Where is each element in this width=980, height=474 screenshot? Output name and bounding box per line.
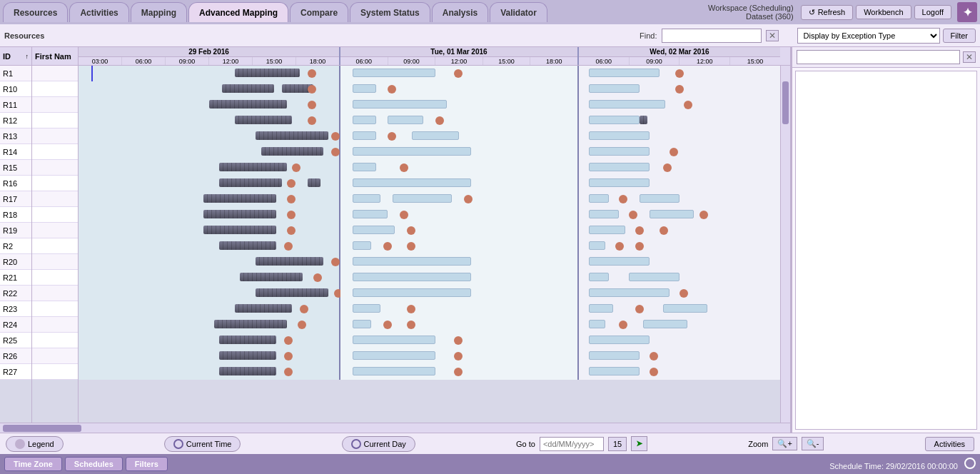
gantt-row[interactable] xyxy=(79,270,780,286)
gantt-bar-salmon xyxy=(287,179,295,188)
scroll-thumb[interactable] xyxy=(782,81,789,124)
gantt-row[interactable] xyxy=(79,191,780,207)
find-input[interactable] xyxy=(662,29,762,43)
name-cell xyxy=(32,160,78,176)
filter-button[interactable]: Filter xyxy=(943,29,976,43)
tab-mapping[interactable]: Mapping xyxy=(131,2,187,22)
status-bar: Time Zone Schedules Filters Schedule Tim… xyxy=(0,454,980,474)
gantt-row[interactable] xyxy=(79,348,780,364)
gantt-row[interactable] xyxy=(79,238,780,254)
tab-compare[interactable]: Compare xyxy=(290,2,348,22)
name-cell xyxy=(32,223,78,238)
filters-button[interactable]: Filters xyxy=(126,457,168,471)
gantt-bar-gray xyxy=(235,116,292,124)
gantt-row[interactable] xyxy=(79,301,780,317)
find-label: Find: xyxy=(640,31,657,40)
gantt-bar-salmon xyxy=(287,195,295,203)
id-cell: R14 xyxy=(0,144,31,160)
gantt-row[interactable] xyxy=(79,333,780,348)
gantt-row[interactable] xyxy=(79,144,780,160)
gantt-bar-salmon xyxy=(454,368,463,376)
id-cell: R23 xyxy=(0,301,31,317)
logoff-button[interactable]: Logoff xyxy=(914,5,951,19)
exception-clear-button[interactable]: ✕ xyxy=(963,51,976,63)
goto-date-input[interactable] xyxy=(540,437,604,451)
current-day-button[interactable]: Current Day xyxy=(342,436,415,452)
gantt-bar-gray xyxy=(256,257,323,266)
schedules-button[interactable]: Schedules xyxy=(65,457,123,471)
gantt-row[interactable] xyxy=(79,113,780,128)
id-cell: R11 xyxy=(0,97,31,113)
horizontal-scrollbar[interactable] xyxy=(0,423,790,433)
gantt-bar-salmon xyxy=(670,148,678,156)
id-column-header[interactable]: ID ↑ xyxy=(0,47,32,65)
current-day-icon xyxy=(351,439,361,449)
gantt-bar-blue xyxy=(589,69,660,77)
gantt-row[interactable] xyxy=(79,160,780,176)
refresh-label: Refresh xyxy=(818,8,846,16)
gantt-bar-gray xyxy=(219,178,282,187)
gantt-row[interactable] xyxy=(79,176,780,191)
gantt-bar-blue xyxy=(353,226,395,234)
zoom-in-button[interactable]: 🔍+ xyxy=(772,437,797,450)
find-clear-button[interactable]: ✕ xyxy=(766,30,779,41)
exception-filter-input[interactable] xyxy=(797,50,960,64)
gantt-row[interactable] xyxy=(79,364,780,380)
tab-system-status[interactable]: System Status xyxy=(350,2,430,22)
gantt-row[interactable] xyxy=(79,254,780,270)
legend-button[interactable]: Legend xyxy=(6,436,64,452)
gantt-row[interactable] xyxy=(79,207,780,223)
name-column-header[interactable]: First Nam xyxy=(32,47,79,65)
gantt-bar-salmon xyxy=(407,242,415,251)
goto-value-button[interactable]: 15 xyxy=(608,437,627,451)
id-cell: R20 xyxy=(0,254,31,270)
gantt-row[interactable] xyxy=(79,97,780,113)
zoom-out-button[interactable]: 🔍- xyxy=(802,437,824,450)
gantt-bar-blue xyxy=(640,194,680,203)
gantt-bar-blue xyxy=(353,273,471,281)
gantt-bar-blue xyxy=(353,304,381,313)
id-cell: R1 xyxy=(0,66,31,81)
workbench-button[interactable]: Workbench xyxy=(856,5,911,19)
display-exception-dropdown[interactable]: Display by Exception Type xyxy=(797,28,940,44)
timezone-button[interactable]: Time Zone xyxy=(4,457,62,471)
tab-advanced-mapping[interactable]: Advanced Mapping xyxy=(188,2,288,22)
gantt-row[interactable] xyxy=(79,128,780,144)
workspace-info: Workspace (Scheduling) Dataset (360) xyxy=(708,4,794,21)
right-panel: ✕ xyxy=(791,47,980,433)
gantt-row[interactable] xyxy=(79,81,780,97)
gantt-row[interactable] xyxy=(79,286,780,301)
gantt-bar-blue xyxy=(353,351,435,360)
gantt-bar-salmon xyxy=(388,85,396,94)
tab-analysis[interactable]: Analysis xyxy=(432,2,488,22)
name-cell xyxy=(32,128,78,144)
gantt-bar-salmon xyxy=(400,163,408,172)
gantt-bar-salmon xyxy=(313,273,322,282)
current-time-button[interactable]: Current Time xyxy=(164,436,241,452)
id-cell: R25 xyxy=(0,333,31,348)
gantt-bar-salmon xyxy=(284,242,293,251)
vertical-scrollbar[interactable] xyxy=(780,66,790,423)
goto-go-button[interactable]: ➤ xyxy=(631,436,647,451)
id-cell: R17 xyxy=(0,191,31,207)
gantt-row[interactable] xyxy=(79,66,780,81)
refresh-button[interactable]: ↺ Refresh xyxy=(801,5,854,20)
name-cell xyxy=(32,176,78,191)
activities-button[interactable]: Activities xyxy=(925,437,974,451)
gantt-bar-blue xyxy=(589,84,640,93)
gantt-row[interactable] xyxy=(79,223,780,238)
gantt-bar-blue xyxy=(663,304,707,313)
gantt-bar-gray xyxy=(219,163,287,171)
name-cell xyxy=(32,113,78,128)
current-time-label: Current Time xyxy=(186,440,232,448)
zoom-in-icon: 🔍+ xyxy=(777,439,792,448)
day2-label: Tue, 01 Mar 2016 xyxy=(340,47,577,57)
h-scroll-thumb[interactable] xyxy=(3,425,81,432)
gantt-bar-salmon xyxy=(675,69,684,78)
tab-resources[interactable]: Resources xyxy=(3,2,68,22)
gantt-bar-salmon xyxy=(454,352,463,360)
gantt-row[interactable] xyxy=(79,317,780,333)
top-navigation: Resources Activities Mapping Advanced Ma… xyxy=(0,0,980,24)
tab-validator[interactable]: Validator xyxy=(490,2,547,22)
tab-activities[interactable]: Activities xyxy=(69,2,128,22)
